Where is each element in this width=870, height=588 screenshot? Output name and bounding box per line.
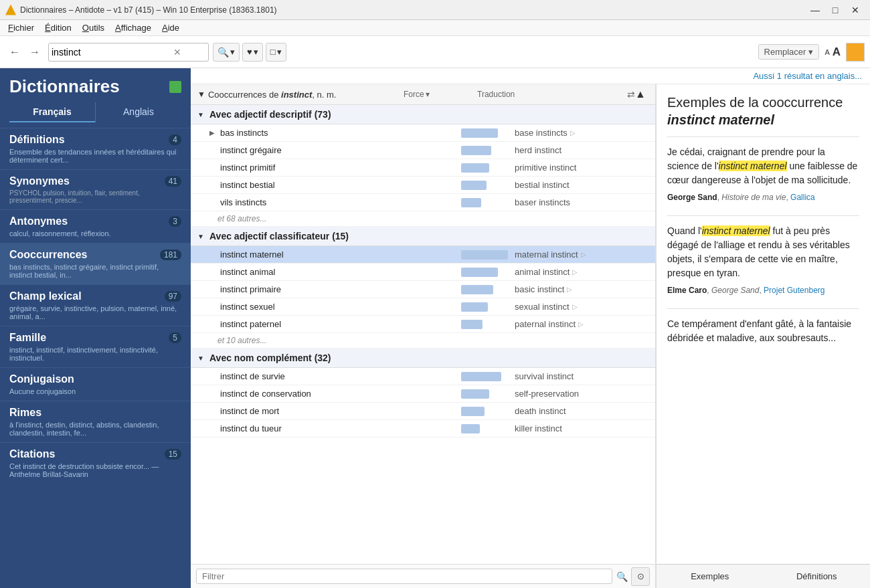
filter-input[interactable] bbox=[196, 569, 612, 584]
publisher-link[interactable]: Projet Gutenberg bbox=[764, 286, 824, 295]
search-input[interactable] bbox=[52, 47, 172, 58]
row-force-bar bbox=[461, 389, 515, 399]
row-arrow-icon: ▷ bbox=[572, 303, 578, 310]
clipboard-dropdown-arrow: ▾ bbox=[277, 47, 282, 57]
menu-edition[interactable]: Édition bbox=[39, 21, 77, 34]
row-force-bar bbox=[461, 407, 515, 416]
section-title-nom-complement: Avec nom complément (32) bbox=[209, 353, 331, 363]
replace-button[interactable]: Remplacer ▾ bbox=[758, 44, 820, 60]
table-row[interactable]: instinct du tueur killer instinct bbox=[191, 420, 655, 437]
sidebar-item-definitions[interactable]: Définitions 4 Ensemble des tendances inn… bbox=[0, 128, 191, 169]
favorites-button[interactable]: ♥ ▾ bbox=[242, 43, 263, 62]
row-force-bar bbox=[461, 250, 515, 260]
section-header-adjectif-descriptif[interactable]: ▼ Avec adjectif descriptif (73) bbox=[191, 105, 655, 124]
table-row[interactable]: instinct de mort death instinct bbox=[191, 403, 655, 420]
clipboard-icon: □ bbox=[270, 47, 276, 57]
section-header-nom-complement[interactable]: ▼ Avec nom complément (32) bbox=[191, 349, 655, 368]
lang-french[interactable]: Français bbox=[9, 102, 95, 122]
force-bar-fill bbox=[461, 250, 508, 260]
tab-exemples[interactable]: Exemples bbox=[657, 565, 764, 588]
sidebar-item-antonymes[interactable]: Antonymes 3 calcul, raisonnement, réflex… bbox=[0, 209, 191, 243]
row-arrow-icon: ▷ bbox=[567, 286, 572, 293]
filter-options-button[interactable]: ⊙ bbox=[631, 567, 650, 586]
back-button[interactable]: ← bbox=[5, 43, 24, 62]
search-box[interactable]: ✕ bbox=[48, 43, 209, 62]
menu-affichage[interactable]: Affichage bbox=[110, 21, 157, 34]
table-row[interactable]: instinct maternel maternal instinct ▷ bbox=[191, 246, 655, 264]
menu-aide[interactable]: Aide bbox=[157, 21, 185, 34]
table-row[interactable]: instinct primaire basic instinct ▷ bbox=[191, 281, 655, 298]
menu-fichier[interactable]: Fichier bbox=[3, 21, 39, 34]
cooccurrences-table-area: ▼ Cooccurrences de instinct, n. m. Force… bbox=[191, 84, 656, 588]
sidebar-champ-desc: grégaire, survie, instinctive, pulsion, … bbox=[9, 304, 181, 320]
row-word: instinct sexuel bbox=[220, 302, 461, 312]
right-panel-title: Exemples de la cooccurrence instinct mat… bbox=[667, 94, 859, 128]
table-row[interactable]: vils instincts baser instincts bbox=[191, 194, 655, 211]
sidebar-item-cooccurrences[interactable]: Cooccurrences 181 bas instincts, instinc… bbox=[0, 243, 191, 284]
row-force-bar bbox=[461, 285, 515, 294]
cooc-swap-icon[interactable]: ⇄ bbox=[611, 89, 635, 100]
section-etc[interactable]: et 68 autres... bbox=[191, 211, 655, 227]
table-row[interactable]: instinct de conservation self-preservati… bbox=[191, 385, 655, 403]
sidebar-definitions-count: 4 bbox=[169, 134, 181, 145]
cooc-header-label: Cooccurrences de instinct, n. m. bbox=[208, 90, 404, 100]
close-button[interactable]: ✕ bbox=[846, 3, 865, 17]
tab-definitions[interactable]: Définitions bbox=[764, 565, 871, 588]
sidebar-famille-count: 5 bbox=[169, 332, 181, 343]
author-name: George Sand bbox=[667, 193, 717, 202]
table-row[interactable]: instinct animal animal instinct ▷ bbox=[191, 264, 655, 281]
table-row[interactable]: instinct bestial bestial instinct bbox=[191, 177, 655, 194]
section-etc[interactable]: et 10 autres... bbox=[191, 333, 655, 349]
table-row[interactable]: instinct paternel paternal instinct ▷ bbox=[191, 316, 655, 333]
search-options-button[interactable]: 🔍 ▾ bbox=[213, 43, 240, 62]
app-icon bbox=[5, 5, 16, 15]
sidebar-item-famille[interactable]: Famille 5 instinct, instinctif, instinct… bbox=[0, 326, 191, 367]
lang-english[interactable]: Anglais bbox=[96, 102, 181, 122]
row-word: instinct bestial bbox=[220, 180, 461, 190]
right-panel: Exemples de la cooccurrence instinct mat… bbox=[656, 84, 870, 588]
table-row[interactable]: instinct de survie survival instinct bbox=[191, 368, 655, 385]
title-bar-left: Dictionnaires – Antidote – v1 b7 (415) –… bbox=[5, 5, 277, 15]
color-swatch-button[interactable] bbox=[846, 43, 865, 62]
sort-icon: ▾ bbox=[426, 90, 430, 99]
maximize-button[interactable]: □ bbox=[826, 3, 845, 17]
row-translation: bestial instinct bbox=[515, 180, 648, 190]
section-toggle-icon: ▼ bbox=[197, 111, 205, 118]
title-bar-controls[interactable]: — □ ✕ bbox=[806, 3, 865, 17]
font-decrease-button[interactable]: A bbox=[824, 48, 829, 56]
sidebar-antonymes-title: Antonymes bbox=[9, 215, 68, 227]
menu-outils[interactable]: Outils bbox=[77, 21, 110, 34]
sidebar-item-conjugaison[interactable]: Conjugaison Aucune conjugaison bbox=[0, 367, 191, 401]
search-clear-button[interactable]: ✕ bbox=[172, 47, 183, 58]
cooc-header-toggle[interactable]: ▼ bbox=[197, 90, 205, 99]
section-header-adjectif-classificateur[interactable]: ▼ Avec adjectif classificateur (15) bbox=[191, 227, 655, 246]
sidebar-item-synonymes[interactable]: Synonymes 41 PSYCHOL pulsion, intuition,… bbox=[0, 169, 191, 209]
section-title-adjectif-classificateur: Avec adjectif classificateur (15) bbox=[209, 231, 349, 241]
also-result-bar[interactable]: Aussi 1 résultat en anglais... bbox=[191, 68, 870, 84]
work-title: Histoire de ma vie bbox=[721, 193, 786, 202]
sidebar-item-rimes[interactable]: Rimes à l'instinct, destin, distinct, ab… bbox=[0, 401, 191, 442]
table-row[interactable]: instinct grégaire herd instinct bbox=[191, 142, 655, 159]
clipboard-button[interactable]: □ ▾ bbox=[266, 43, 286, 62]
scroll-up-button[interactable]: ▲ bbox=[635, 88, 648, 100]
sidebar-champ-title: Champ lexical bbox=[9, 290, 82, 302]
forward-button[interactable]: → bbox=[25, 43, 44, 62]
table-row[interactable]: instinct primitif primitive instinct bbox=[191, 159, 655, 177]
font-increase-button[interactable]: A bbox=[833, 45, 841, 59]
row-force-bar bbox=[461, 424, 515, 433]
row-word: instinct animal bbox=[220, 267, 461, 277]
cooc-scroll-area[interactable]: ▼ Avec adjectif descriptif (73) ▶ bas in… bbox=[191, 105, 655, 564]
publisher-link[interactable]: Gallica bbox=[790, 193, 815, 202]
sidebar-item-citations[interactable]: Citations 15 Cet instinct de destruction… bbox=[0, 442, 191, 484]
table-row[interactable]: instinct sexuel sexual instinct ▷ bbox=[191, 298, 655, 316]
filter-bar: 🔍 ⊙ bbox=[191, 564, 655, 588]
cooc-col-force-header[interactable]: Force ▾ bbox=[404, 90, 477, 99]
also-result-text[interactable]: Aussi 1 résultat en anglais... bbox=[753, 71, 862, 81]
sidebar-header: Dictionnaires Français Anglais bbox=[0, 68, 191, 128]
row-word: instinct primitif bbox=[220, 163, 461, 173]
right-panel-scroll[interactable]: Exemples de la cooccurrence instinct mat… bbox=[657, 84, 870, 564]
sidebar-item-champ-lexical[interactable]: Champ lexical 97 grégaire, survie, insti… bbox=[0, 284, 191, 326]
minimize-button[interactable]: — bbox=[806, 3, 824, 17]
table-row[interactable]: ▶ bas instincts base instincts ▷ bbox=[191, 124, 655, 142]
main-layout: Dictionnaires Français Anglais Définitio… bbox=[0, 68, 870, 588]
